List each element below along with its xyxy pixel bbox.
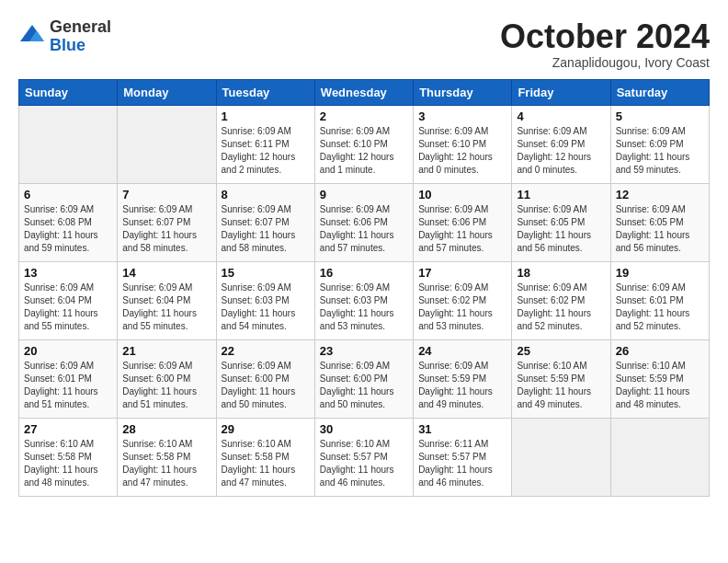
table-row: 20Sunrise: 6:09 AM Sunset: 6:01 PM Dayli… (19, 339, 118, 418)
table-row: 31Sunrise: 6:11 AM Sunset: 5:57 PM Dayli… (414, 418, 512, 496)
day-number: 10 (418, 188, 506, 201)
header-tuesday: Tuesday (216, 79, 314, 105)
table-row (118, 105, 216, 183)
header-friday: Friday (512, 79, 610, 105)
logo: General Blue (18, 18, 111, 55)
day-number: 9 (320, 188, 408, 201)
day-info: Sunrise: 6:09 AM Sunset: 6:07 PM Dayligh… (122, 203, 210, 255)
day-number: 18 (517, 266, 605, 280)
day-number: 2 (320, 109, 408, 123)
table-row: 14Sunrise: 6:09 AM Sunset: 6:04 PM Dayli… (118, 261, 216, 339)
table-row: 5Sunrise: 6:09 AM Sunset: 6:09 PM Daylig… (610, 105, 709, 183)
day-info: Sunrise: 6:09 AM Sunset: 6:10 PM Dayligh… (320, 125, 408, 177)
day-info: Sunrise: 6:09 AM Sunset: 6:04 PM Dayligh… (24, 282, 112, 333)
table-row: 28Sunrise: 6:10 AM Sunset: 5:58 PM Dayli… (118, 418, 216, 496)
day-info: Sunrise: 6:10 AM Sunset: 5:58 PM Dayligh… (222, 438, 310, 489)
day-number: 15 (222, 266, 310, 280)
day-number: 19 (616, 266, 704, 280)
table-row (19, 105, 118, 183)
table-row: 25Sunrise: 6:10 AM Sunset: 5:59 PM Dayli… (512, 339, 610, 418)
day-info: Sunrise: 6:09 AM Sunset: 6:06 PM Dayligh… (418, 203, 506, 255)
day-info: Sunrise: 6:09 AM Sunset: 6:10 PM Dayligh… (418, 125, 506, 177)
day-number: 27 (24, 422, 112, 436)
day-info: Sunrise: 6:09 AM Sunset: 6:03 PM Dayligh… (320, 282, 408, 333)
day-number: 20 (24, 344, 112, 358)
location-subtitle: Zanaplidougou, Ivory Coast (500, 55, 710, 70)
day-number: 28 (122, 422, 210, 436)
day-info: Sunrise: 6:09 AM Sunset: 6:00 PM Dayligh… (320, 360, 408, 411)
table-row: 10Sunrise: 6:09 AM Sunset: 6:06 PM Dayli… (414, 183, 512, 261)
table-row: 23Sunrise: 6:09 AM Sunset: 6:00 PM Dayli… (314, 339, 413, 418)
day-number: 24 (418, 344, 506, 358)
day-number: 14 (122, 266, 210, 280)
day-info: Sunrise: 6:09 AM Sunset: 6:11 PM Dayligh… (222, 125, 310, 177)
day-number: 26 (616, 344, 704, 358)
table-row: 18Sunrise: 6:09 AM Sunset: 6:02 PM Dayli… (512, 261, 610, 339)
table-row: 6Sunrise: 6:09 AM Sunset: 6:08 PM Daylig… (19, 183, 118, 261)
header-thursday: Thursday (414, 79, 512, 105)
day-number: 13 (24, 266, 112, 280)
day-number: 16 (320, 266, 408, 280)
table-row: 19Sunrise: 6:09 AM Sunset: 6:01 PM Dayli… (610, 261, 709, 339)
calendar-week-row: 13Sunrise: 6:09 AM Sunset: 6:04 PM Dayli… (19, 261, 710, 339)
day-info: Sunrise: 6:09 AM Sunset: 6:05 PM Dayligh… (517, 203, 605, 255)
day-info: Sunrise: 6:09 AM Sunset: 6:00 PM Dayligh… (222, 360, 310, 411)
day-info: Sunrise: 6:09 AM Sunset: 6:01 PM Dayligh… (24, 360, 112, 411)
logo-icon (18, 23, 46, 51)
day-number: 5 (616, 109, 704, 123)
logo-blue: Blue (50, 37, 111, 55)
table-row (512, 418, 610, 496)
day-info: Sunrise: 6:10 AM Sunset: 5:58 PM Dayligh… (122, 438, 210, 489)
day-info: Sunrise: 6:09 AM Sunset: 6:02 PM Dayligh… (517, 282, 605, 333)
day-number: 1 (222, 109, 310, 123)
day-info: Sunrise: 6:09 AM Sunset: 6:04 PM Dayligh… (122, 282, 210, 333)
table-row: 21Sunrise: 6:09 AM Sunset: 6:00 PM Dayli… (118, 339, 216, 418)
title-block: October 2024 Zanaplidougou, Ivory Coast (500, 18, 710, 70)
day-number: 11 (517, 188, 605, 201)
table-row: 3Sunrise: 6:09 AM Sunset: 6:10 PM Daylig… (414, 105, 512, 183)
table-row: 27Sunrise: 6:10 AM Sunset: 5:58 PM Dayli… (19, 418, 118, 496)
calendar-week-row: 6Sunrise: 6:09 AM Sunset: 6:08 PM Daylig… (19, 183, 710, 261)
day-info: Sunrise: 6:10 AM Sunset: 5:58 PM Dayligh… (24, 438, 112, 489)
table-row: 4Sunrise: 6:09 AM Sunset: 6:09 PM Daylig… (512, 105, 610, 183)
table-row: 30Sunrise: 6:10 AM Sunset: 5:57 PM Dayli… (314, 418, 413, 496)
page-header: General Blue October 2024 Zanaplidougou,… (18, 18, 710, 70)
day-number: 7 (122, 188, 210, 201)
day-number: 31 (418, 422, 506, 436)
calendar-header-row: Sunday Monday Tuesday Wednesday Thursday… (19, 79, 710, 105)
day-number: 6 (24, 188, 112, 201)
day-info: Sunrise: 6:09 AM Sunset: 6:08 PM Dayligh… (24, 203, 112, 255)
day-info: Sunrise: 6:09 AM Sunset: 6:06 PM Dayligh… (320, 203, 408, 255)
day-info: Sunrise: 6:11 AM Sunset: 5:57 PM Dayligh… (418, 438, 506, 489)
header-saturday: Saturday (610, 79, 709, 105)
table-row: 17Sunrise: 6:09 AM Sunset: 6:02 PM Dayli… (414, 261, 512, 339)
day-info: Sunrise: 6:09 AM Sunset: 6:03 PM Dayligh… (222, 282, 310, 333)
day-info: Sunrise: 6:09 AM Sunset: 6:05 PM Dayligh… (616, 203, 704, 255)
header-wednesday: Wednesday (314, 79, 413, 105)
day-info: Sunrise: 6:10 AM Sunset: 5:57 PM Dayligh… (320, 438, 408, 489)
day-number: 12 (616, 188, 704, 201)
logo-text: General Blue (50, 18, 111, 55)
day-number: 3 (418, 109, 506, 123)
table-row: 24Sunrise: 6:09 AM Sunset: 5:59 PM Dayli… (414, 339, 512, 418)
table-row: 29Sunrise: 6:10 AM Sunset: 5:58 PM Dayli… (216, 418, 314, 496)
calendar-week-row: 20Sunrise: 6:09 AM Sunset: 6:01 PM Dayli… (19, 339, 710, 418)
table-row: 1Sunrise: 6:09 AM Sunset: 6:11 PM Daylig… (216, 105, 314, 183)
day-info: Sunrise: 6:10 AM Sunset: 5:59 PM Dayligh… (616, 360, 704, 411)
day-number: 23 (320, 344, 408, 358)
day-number: 29 (222, 422, 310, 436)
day-info: Sunrise: 6:10 AM Sunset: 5:59 PM Dayligh… (517, 360, 605, 411)
day-number: 22 (222, 344, 310, 358)
day-number: 21 (122, 344, 210, 358)
logo-general: General (50, 18, 111, 37)
day-info: Sunrise: 6:09 AM Sunset: 6:09 PM Dayligh… (616, 125, 704, 177)
table-row (610, 418, 709, 496)
day-number: 30 (320, 422, 408, 436)
day-number: 4 (517, 109, 605, 123)
day-info: Sunrise: 6:09 AM Sunset: 5:59 PM Dayligh… (418, 360, 506, 411)
header-monday: Monday (118, 79, 216, 105)
calendar-week-row: 1Sunrise: 6:09 AM Sunset: 6:11 PM Daylig… (19, 105, 710, 183)
table-row: 22Sunrise: 6:09 AM Sunset: 6:00 PM Dayli… (216, 339, 314, 418)
table-row: 8Sunrise: 6:09 AM Sunset: 6:07 PM Daylig… (216, 183, 314, 261)
table-row: 2Sunrise: 6:09 AM Sunset: 6:10 PM Daylig… (314, 105, 413, 183)
